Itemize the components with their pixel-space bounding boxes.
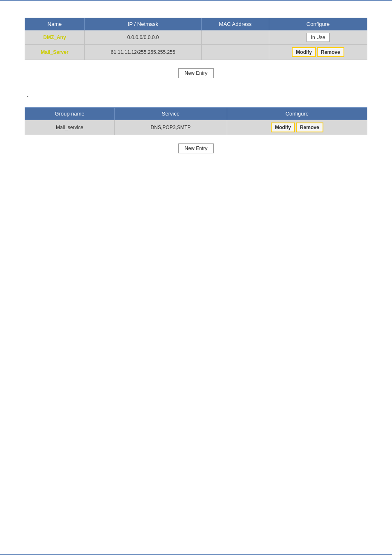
address-col-ip: IP / Netmask — [84, 18, 201, 30]
address-new-entry-container: New Entry — [25, 68, 367, 78]
address-table: Name IP / Netmask MAC Address Configure … — [25, 18, 367, 60]
service-row1-remove-button[interactable]: Remove — [296, 123, 323, 132]
address-row2-configure: ModifyRemove — [269, 45, 367, 60]
address-col-mac: MAC Address — [202, 18, 269, 30]
address-row2-modify-button[interactable]: Modify — [292, 47, 316, 57]
content-area: Name IP / Netmask MAC Address Configure … — [0, 1, 392, 182]
address-new-entry-button[interactable]: New Entry — [178, 68, 213, 78]
address-row1-mac — [202, 30, 269, 45]
service-col-configure: Configure — [227, 108, 367, 120]
service-table: Group name Service Configure Mail_servic… — [25, 107, 367, 135]
service-row1-service: DNS,POP3,SMTP — [114, 120, 227, 135]
dot-separator: . — [25, 90, 367, 99]
service-row1-groupname: Mail_service — [25, 120, 115, 135]
address-row2-mac — [202, 45, 269, 60]
service-new-entry-container: New Entry — [25, 143, 367, 153]
service-col-service: Service — [114, 108, 227, 120]
address-row1-configure: In Use — [269, 30, 367, 45]
address-row2-name: Mail_Server — [25, 45, 85, 60]
service-row1-configure: ModifyRemove — [227, 120, 367, 135]
address-row2-ip: 61.11.11.12/255.255.255.255 — [84, 45, 201, 60]
address-col-configure: Configure — [269, 18, 367, 30]
service-new-entry-button[interactable]: New Entry — [178, 143, 213, 153]
service-table-section: Group name Service Configure Mail_servic… — [25, 107, 367, 135]
service-col-groupname: Group name — [25, 108, 115, 120]
table-row: Mail_service DNS,POP3,SMTP ModifyRemove — [25, 120, 367, 135]
address-table-section: Name IP / Netmask MAC Address Configure … — [25, 18, 367, 60]
address-row1-name: DMZ_Any — [25, 30, 85, 45]
in-use-button[interactable]: In Use — [307, 33, 330, 42]
table-row: Mail_Server 61.11.11.12/255.255.255.255 … — [25, 45, 367, 60]
page-container: Name IP / Netmask MAC Address Configure … — [0, 0, 392, 555]
service-row1-modify-button[interactable]: Modify — [271, 123, 295, 132]
address-col-name: Name — [25, 18, 85, 30]
table-row: DMZ_Any 0.0.0.0/0.0.0.0 In Use — [25, 30, 367, 45]
address-row1-ip: 0.0.0.0/0.0.0.0 — [84, 30, 201, 45]
address-row2-remove-button[interactable]: Remove — [317, 47, 344, 57]
